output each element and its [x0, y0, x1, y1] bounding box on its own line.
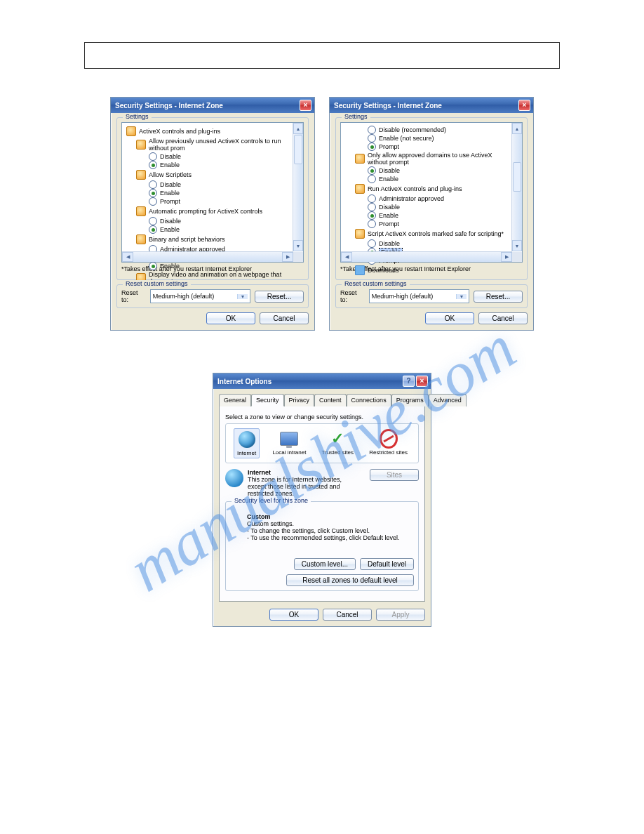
security-settings-dialog-1: Security Settings - Internet Zone × Sett… — [110, 97, 315, 331]
option-label: Disable (recommended) — [379, 126, 446, 133]
tree-group: Only allow approved domains to use Activ… — [368, 152, 511, 166]
tree-group: Run ActiveX controls and plug-ins — [368, 185, 462, 192]
zone-local-intranet[interactable]: Local intranet — [269, 428, 309, 458]
cancel-button[interactable]: Cancel — [260, 312, 309, 324]
scroll-up-icon[interactable]: ▲ — [293, 123, 303, 134]
titlebar[interactable]: Internet Options ? × — [213, 373, 431, 389]
reset-to-label: Reset to: — [121, 289, 146, 303]
radio-icon[interactable] — [149, 262, 157, 270]
cancel-button[interactable]: Cancel — [323, 609, 372, 621]
zone-label: Internet — [237, 450, 256, 456]
tab-privacy[interactable]: Privacy — [284, 394, 315, 406]
radio-icon[interactable] — [368, 194, 376, 203]
cancel-button[interactable]: Cancel — [478, 312, 528, 324]
close-icon[interactable]: × — [518, 100, 530, 111]
radio-icon[interactable] — [149, 161, 157, 169]
tab-advanced[interactable]: Advanced — [429, 394, 467, 406]
ok-button[interactable]: OK — [269, 609, 318, 621]
tab-programs[interactable]: Programs — [391, 394, 429, 406]
scroll-up-icon[interactable]: ▲ — [512, 123, 522, 134]
reset-button[interactable]: Reset... — [474, 291, 523, 303]
combo-value: Medium-high (default) — [153, 293, 215, 300]
tab-security[interactable]: Security — [251, 394, 284, 406]
option-label: Administrator approved — [379, 195, 444, 202]
vertical-scrollbar[interactable]: ▲ ▼ — [293, 123, 303, 251]
sites-button: Sites — [370, 469, 419, 481]
tree-group: Allow previously unused ActiveX controls… — [149, 138, 292, 152]
tree-group: Downloads — [368, 267, 399, 274]
reset-level-combobox[interactable]: Medium-high (default) ▼ — [150, 289, 250, 303]
option-label: Disable — [160, 153, 181, 160]
radio-icon[interactable] — [368, 203, 376, 211]
radio-icon[interactable] — [149, 217, 157, 225]
option-label: Prompt — [379, 143, 399, 150]
combo-value: Medium-high (default) — [372, 293, 434, 300]
scroll-left-icon[interactable]: ◀ — [341, 252, 352, 262]
radio-icon[interactable] — [368, 211, 376, 220]
scroll-right-icon[interactable]: ▶ — [501, 252, 512, 262]
scroll-thumb[interactable] — [513, 162, 521, 192]
monitor-icon — [280, 432, 298, 446]
radio-icon[interactable] — [368, 166, 376, 175]
radio-icon[interactable] — [368, 239, 376, 248]
activex-icon — [136, 140, 146, 150]
tree-group: Binary and script behaviors — [149, 236, 225, 243]
radio-icon[interactable] — [368, 143, 376, 151]
globe-icon — [225, 469, 243, 487]
radio-icon[interactable] — [149, 189, 157, 197]
custom-level-button[interactable]: Custom level... — [294, 558, 356, 570]
close-icon[interactable]: × — [300, 100, 311, 111]
reset-all-zones-button[interactable]: Reset all zones to default level — [286, 574, 414, 586]
reset-legend: Reset custom settings — [342, 280, 410, 287]
option-label: Disable — [160, 218, 181, 225]
vertical-scrollbar[interactable]: ▲ ▼ — [511, 123, 522, 251]
activex-icon — [355, 154, 365, 164]
tab-general[interactable]: General — [219, 394, 251, 406]
help-icon[interactable]: ? — [403, 376, 415, 387]
activex-icon — [126, 126, 136, 136]
zone-list: Internet Local intranet ✓ Trusted sites — [225, 423, 419, 463]
horizontal-scrollbar[interactable]: ◀ ▶ — [122, 251, 293, 262]
zone-internet[interactable]: Internet — [234, 428, 260, 458]
scroll-down-icon[interactable]: ▼ — [512, 240, 522, 251]
option-label: Enable (not secure) — [379, 135, 434, 142]
zone-trusted-sites[interactable]: ✓ Trusted sites — [319, 428, 357, 458]
scroll-left-icon[interactable]: ◀ — [122, 252, 133, 262]
security-level-legend: Security level for this zone — [232, 497, 311, 504]
radio-icon[interactable] — [149, 180, 157, 189]
settings-tree-scrollbox[interactable]: ActiveX controls and plug-ins Allow prev… — [121, 122, 304, 263]
reset-level-combobox[interactable]: Medium-high (default) ▼ — [369, 289, 469, 303]
reset-to-label: Reset to: — [340, 289, 365, 303]
tab-connections[interactable]: Connections — [347, 394, 391, 406]
tab-content[interactable]: Content — [314, 394, 347, 406]
radio-icon[interactable] — [368, 126, 376, 134]
scroll-right-icon[interactable]: ▶ — [282, 252, 293, 262]
scroll-down-icon[interactable]: ▼ — [293, 240, 303, 251]
tree-group-root: ActiveX controls and plug-ins — [139, 128, 220, 135]
close-icon[interactable]: × — [416, 376, 428, 387]
zone-restricted-sites[interactable]: Restricted sites — [366, 428, 410, 458]
radio-icon[interactable] — [368, 134, 376, 143]
horizontal-scrollbar[interactable]: ◀ ▶ — [341, 251, 512, 262]
zone-label: Local intranet — [272, 449, 306, 456]
ok-button[interactable]: OK — [425, 312, 474, 324]
ok-button[interactable]: OK — [206, 312, 255, 324]
radio-icon[interactable] — [368, 220, 376, 228]
titlebar[interactable]: Security Settings - Internet Zone × — [111, 98, 314, 113]
radio-icon[interactable] — [149, 152, 157, 161]
titlebar[interactable]: Security Settings - Internet Zone × — [330, 98, 533, 113]
reset-button[interactable]: Reset... — [255, 291, 304, 303]
settings-tree-scrollbox[interactable]: Disable (recommended) Enable (not secure… — [340, 122, 523, 263]
option-label: Enable — [160, 161, 180, 168]
select-zone-hint: Select a zone to view or change security… — [225, 413, 419, 421]
radio-icon[interactable] — [368, 175, 376, 183]
option-label: Disable — [379, 240, 400, 247]
radio-icon[interactable] — [149, 225, 157, 234]
scroll-thumb[interactable] — [294, 135, 302, 164]
option-label: Enable — [160, 226, 180, 233]
default-level-button[interactable]: Default level — [360, 558, 414, 570]
option-label: Enable — [379, 212, 398, 219]
header-blank-box — [84, 42, 560, 69]
radio-icon[interactable] — [149, 197, 157, 206]
tab-strip: General Security Privacy Content Connect… — [219, 393, 425, 406]
